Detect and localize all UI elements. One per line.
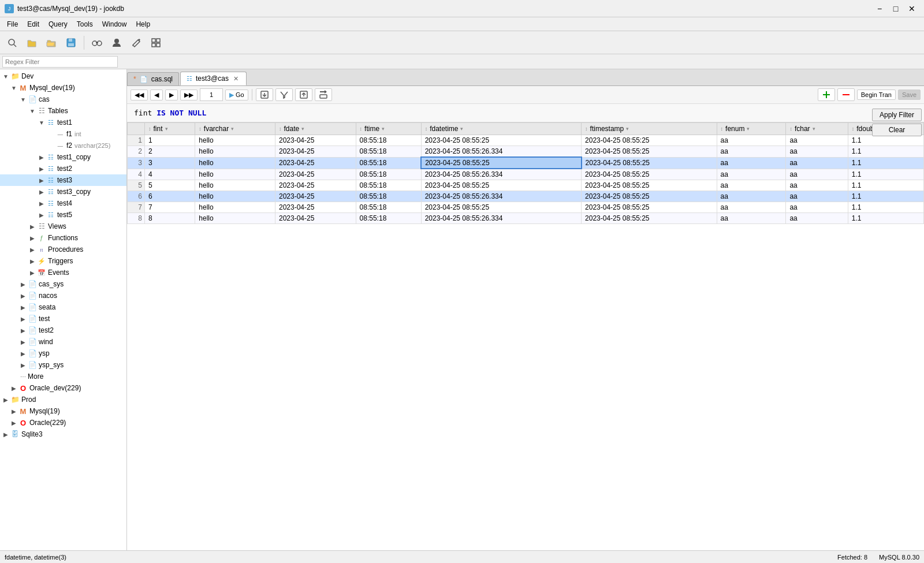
cell-fchar[interactable]: aa bbox=[786, 146, 848, 158]
cell-fdate[interactable]: 2023-04-25 bbox=[275, 135, 356, 146]
sidebar-item-ysp[interactable]: ▶ 📄 ysp bbox=[0, 348, 126, 359]
table-row[interactable]: 44hello2023-04-2508:55:182023-04-25 08:5… bbox=[128, 169, 924, 180]
sidebar-item-test2[interactable]: ▶ ☷ test2 bbox=[0, 163, 126, 174]
cell-ftime[interactable]: 08:55:18 bbox=[356, 213, 421, 224]
cell-fdouble[interactable]: 1.1 bbox=[848, 191, 923, 202]
table-row[interactable]: 22hello2023-04-2508:55:182023-04-25 08:5… bbox=[128, 146, 924, 158]
cell-fvarchar[interactable]: hello bbox=[195, 213, 275, 224]
cell-ftimestamp[interactable]: 2023-04-25 08:55:25 bbox=[582, 169, 717, 180]
sidebar-item-prod-oracle[interactable]: ▶ O Oracle(229) bbox=[0, 417, 126, 428]
col-header-fchar[interactable]: ↕ fchar ▾ bbox=[786, 123, 848, 135]
sidebar-item-test1-copy[interactable]: ▶ ☷ test1_copy bbox=[0, 151, 126, 163]
cell-fvarchar[interactable]: hello bbox=[195, 180, 275, 191]
cell-fenum[interactable]: aa bbox=[717, 157, 786, 169]
cell-fchar[interactable]: aa bbox=[786, 180, 848, 191]
cell-fchar[interactable]: aa bbox=[786, 202, 848, 213]
cell-ftime[interactable]: 08:55:18 bbox=[356, 191, 421, 202]
cell-fenum[interactable]: aa bbox=[717, 202, 786, 213]
cell-fdouble[interactable]: 1.1 bbox=[848, 146, 923, 158]
cell-fdate[interactable]: 2023-04-25 bbox=[275, 180, 356, 191]
add-row-button[interactable] bbox=[818, 88, 835, 101]
cell-ftimestamp[interactable]: 2023-04-25 08:55:25 bbox=[582, 135, 717, 146]
cell-fvarchar[interactable]: hello bbox=[195, 191, 275, 202]
cell-fvarchar[interactable]: hello bbox=[195, 157, 275, 169]
table-row[interactable]: 88hello2023-04-2508:55:182023-04-25 08:5… bbox=[128, 213, 924, 224]
cell-fdouble[interactable]: 1.1 bbox=[848, 213, 923, 224]
begin-tran-button[interactable]: Begin Tran bbox=[857, 90, 896, 100]
toolbar-find-button[interactable] bbox=[88, 34, 106, 51]
sidebar-item-dev[interactable]: ▼ 📁 Dev bbox=[0, 70, 126, 82]
table-row[interactable]: 11hello2023-04-2508:55:182023-04-25 08:5… bbox=[128, 135, 924, 146]
sidebar-item-nacos[interactable]: ▶ 📄 nacos bbox=[0, 290, 126, 301]
menu-help[interactable]: Help bbox=[131, 19, 155, 29]
menu-query[interactable]: Query bbox=[44, 19, 72, 29]
cell-fint[interactable]: 7 bbox=[145, 202, 195, 213]
cell-fenum[interactable]: aa bbox=[717, 191, 786, 202]
cell-fdate[interactable]: 2023-04-25 bbox=[275, 146, 356, 158]
cell-fvarchar[interactable]: hello bbox=[195, 202, 275, 213]
cell-ftimestamp[interactable]: 2023-04-25 08:55:25 bbox=[582, 146, 717, 158]
cell-fdate[interactable]: 2023-04-25 bbox=[275, 169, 356, 180]
toolbar-grid-button[interactable] bbox=[147, 34, 165, 51]
cell-ftimestamp[interactable]: 2023-04-25 08:55:25 bbox=[582, 213, 717, 224]
sidebar-item-triggers[interactable]: ▶ ⚡ Triggers bbox=[0, 255, 126, 267]
maximize-button[interactable]: □ bbox=[888, 3, 903, 14]
cell-fdate[interactable]: 2023-04-25 bbox=[275, 191, 356, 202]
sidebar-item-test2-schema[interactable]: ▶ 📄 test2 bbox=[0, 325, 126, 336]
next-page-button[interactable]: ▶ bbox=[165, 90, 178, 100]
cell-fint[interactable]: 1 bbox=[145, 135, 195, 146]
cell-fdatetime[interactable]: 2023-04-25 08:55:26.334 bbox=[421, 213, 581, 224]
first-page-button[interactable]: ◀◀ bbox=[131, 90, 148, 100]
menu-tools[interactable]: Tools bbox=[72, 19, 98, 29]
sidebar-item-prod[interactable]: ▶ 📁 Prod bbox=[0, 394, 126, 405]
cell-fint[interactable]: 8 bbox=[145, 213, 195, 224]
sidebar-item-test3[interactable]: ▶ ☷ test3 bbox=[0, 174, 126, 186]
cell-fchar[interactable]: aa bbox=[786, 157, 848, 169]
cell-fdouble[interactable]: 1.1 bbox=[848, 169, 923, 180]
cell-fint[interactable]: 6 bbox=[145, 191, 195, 202]
sidebar-item-test[interactable]: ▶ 📄 test bbox=[0, 313, 126, 325]
cell-fdate[interactable]: 2023-04-25 bbox=[275, 157, 356, 169]
sidebar-item-cas-sys[interactable]: ▶ 📄 cas_sys bbox=[0, 278, 126, 290]
cell-fdatetime[interactable]: 2023-04-25 08:55:26.334 bbox=[421, 191, 581, 202]
cell-fdatetime[interactable]: 2023-04-25 08:55:25 bbox=[421, 157, 581, 169]
sidebar-item-test5[interactable]: ▶ ☷ test5 bbox=[0, 209, 126, 221]
import-button[interactable] bbox=[295, 88, 312, 101]
tab-cas-sql[interactable]: * 📄 cas.sql bbox=[127, 72, 179, 85]
prev-page-button[interactable]: ◀ bbox=[150, 90, 163, 100]
cell-ftime[interactable]: 08:55:18 bbox=[356, 157, 421, 169]
cell-fchar[interactable]: aa bbox=[786, 135, 848, 146]
cell-fvarchar[interactable]: hello bbox=[195, 146, 275, 158]
go-button[interactable]: ▶ Go bbox=[225, 90, 248, 100]
export2-button[interactable] bbox=[315, 88, 332, 101]
cell-fint[interactable]: 2 bbox=[145, 146, 195, 158]
minimize-button[interactable]: − bbox=[872, 3, 887, 14]
cell-fdatetime[interactable]: 2023-04-25 08:55:26.334 bbox=[421, 146, 581, 158]
sidebar-item-events[interactable]: ▶ 📅 Events bbox=[0, 267, 126, 278]
cell-fdate[interactable]: 2023-04-25 bbox=[275, 213, 356, 224]
toolbar-search-button[interactable] bbox=[3, 34, 21, 51]
cell-fchar[interactable]: aa bbox=[786, 213, 848, 224]
toolbar-open-button[interactable] bbox=[23, 34, 40, 51]
cell-fchar[interactable]: aa bbox=[786, 191, 848, 202]
cell-fint[interactable]: 4 bbox=[145, 169, 195, 180]
cell-ftime[interactable]: 08:55:18 bbox=[356, 202, 421, 213]
toolbar-save-button[interactable] bbox=[62, 34, 80, 51]
col-header-fint[interactable]: ↕ fint ▾ bbox=[145, 123, 195, 135]
clear-filter-button[interactable]: Clear bbox=[872, 124, 922, 136]
cell-ftimestamp[interactable]: 2023-04-25 08:55:25 bbox=[582, 191, 717, 202]
col-header-fenum[interactable]: ↕ fenum ▾ bbox=[717, 123, 786, 135]
col-header-ftimestamp[interactable]: ↕ ftimestamp ▾ bbox=[582, 123, 717, 135]
table-row[interactable]: 77hello2023-04-2508:55:182023-04-25 08:5… bbox=[128, 202, 924, 213]
table-row[interactable]: 55hello2023-04-2508:55:182023-04-25 08:5… bbox=[128, 180, 924, 191]
cell-ftimestamp[interactable]: 2023-04-25 08:55:25 bbox=[582, 202, 717, 213]
sidebar-item-ysp-sys[interactable]: ▶ 📄 ysp_sys bbox=[0, 359, 126, 371]
sidebar-item-views[interactable]: ▶ ☷ Views bbox=[0, 221, 126, 232]
sidebar-item-sqlite3[interactable]: ▶ 🗄 Sqlite3 bbox=[0, 428, 126, 440]
sidebar-item-tables[interactable]: ▼ ☷ Tables bbox=[0, 105, 126, 117]
sidebar-item-test4[interactable]: ▶ ☷ test4 bbox=[0, 197, 126, 209]
cell-fenum[interactable]: aa bbox=[717, 180, 786, 191]
sidebar-item-wind[interactable]: ▶ 📄 wind bbox=[0, 336, 126, 348]
cell-ftime[interactable]: 08:55:18 bbox=[356, 135, 421, 146]
sidebar-item-mysql-dev[interactable]: ▼ M Mysql_dev(19) bbox=[0, 82, 126, 94]
